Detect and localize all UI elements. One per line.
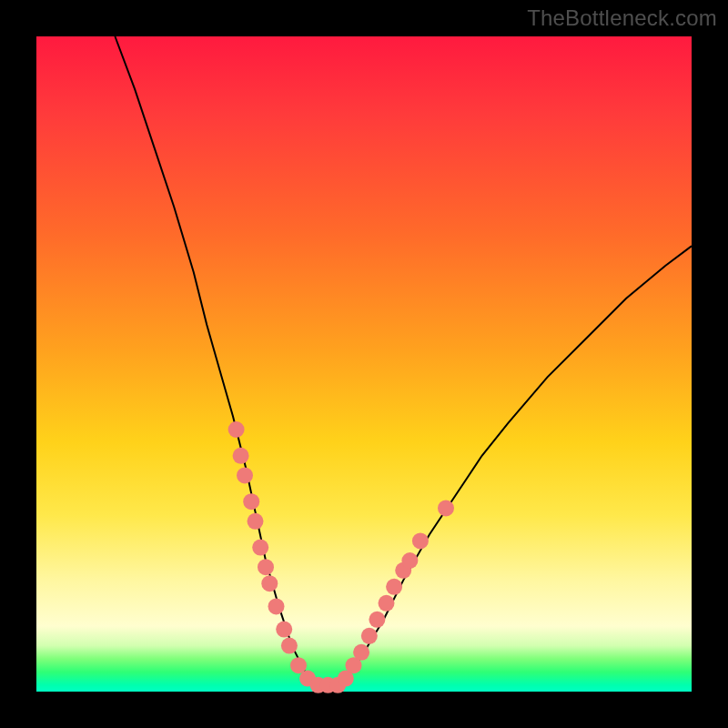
chart-frame: TheBottleneck.com (0, 0, 728, 728)
marker-dot (412, 532, 429, 549)
marker-dot (361, 628, 378, 644)
marker-dot (258, 559, 274, 575)
plot-area (36, 36, 692, 692)
watermark-text: TheBottleneck.com (527, 5, 717, 31)
marker-dot (268, 598, 285, 614)
marker-dot (261, 575, 278, 592)
marker-dot (386, 579, 402, 595)
marker-dot (281, 638, 298, 654)
marker-dot (233, 448, 249, 464)
marker-dot (369, 612, 385, 628)
marker-dot (228, 421, 245, 438)
marker-group (228, 421, 454, 693)
marker-dot (353, 644, 369, 661)
bottleneck-curve (115, 36, 692, 685)
marker-dot (379, 595, 395, 612)
marker-dot (248, 513, 264, 530)
marker-dot (243, 493, 259, 510)
marker-dot (252, 540, 268, 556)
marker-dot (401, 552, 418, 569)
marker-dot (237, 467, 253, 483)
marker-dot (276, 622, 292, 638)
marker-dot (438, 500, 454, 516)
chart-svg (36, 36, 692, 692)
